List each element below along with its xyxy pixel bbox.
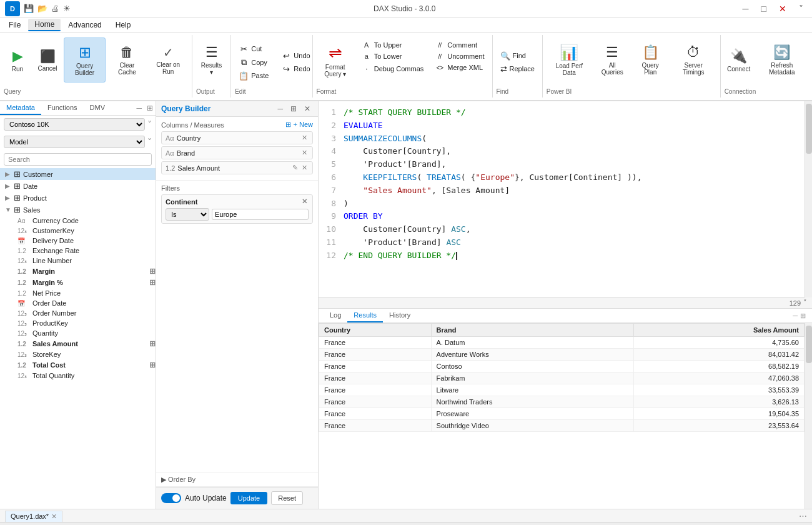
qb-bottom-bar: Auto Update Update Reset [156,487,318,509]
code-editor[interactable]: 123456789101112 /* START QUERY BUILDER *… [319,101,805,298]
format-query-button[interactable]: ⇌ Format Query ▾ [317,38,354,82]
sidebar-minimize-btn[interactable]: ─ [134,101,144,115]
query-plan-button[interactable]: 📋 Query Plan [632,38,668,82]
replace-button[interactable]: ⇄Replace [497,63,538,75]
tree-item-product[interactable]: ▶ ⊞ Product [0,192,156,204]
tree-child-margin[interactable]: 1.2Margin ⊞ [0,266,156,277]
tree-item-customer[interactable]: ▶ ⊞ Customer [0,168,156,180]
tab-metadata[interactable]: Metadata [0,101,41,115]
qb-col-salesamount-edit[interactable]: ✎ [291,164,299,172]
reset-button[interactable]: Reset [271,491,303,505]
load-perf-data-button[interactable]: 📊 Load Perf Data [547,38,592,82]
uncomment-button[interactable]: //Uncomment [431,51,488,61]
tree-child-linenumber[interactable]: 12₃Line Number [0,256,156,266]
menu-advanced[interactable]: Advanced [62,19,107,31]
qb-title: Query Builder [161,104,210,113]
to-lower-button[interactable]: aTo Lower [358,51,427,61]
editor-area: 123456789101112 /* START QUERY BUILDER *… [319,101,812,509]
update-button[interactable]: Update [230,492,267,504]
tab-query1[interactable]: Query1.dax* ✕ [5,511,62,522]
qb-close-btn[interactable]: ✕ [302,104,313,114]
merge-xml-button[interactable]: <>Merge XML [431,62,488,72]
results-minimize-btn[interactable]: ─ [791,309,799,322]
chevron-down-btn[interactable]: ˅ [795,4,807,14]
cut-button[interactable]: ✂Cut [235,43,272,55]
qb-col-country-remove[interactable]: ✕ [300,134,309,142]
qb-col-brand-remove[interactable]: ✕ [300,149,309,157]
cancel-button[interactable]: ⬛ Cancel [34,38,61,82]
find-button[interactable]: 🔍Find [497,50,538,62]
title-bar-icon-settings[interactable]: ☀ [63,4,71,13]
clear-on-run-button[interactable]: ✓ Clear on Run [149,38,188,82]
code-content[interactable]: /* START QUERY BUILDER */ EVALUATE SUMMA… [344,106,641,262]
redo-button[interactable]: ↪Redo [277,63,314,75]
auto-update-toggle[interactable] [161,493,181,503]
comment-button[interactable]: //Comment [431,40,488,50]
tree-child-customerkey[interactable]: 12₃CustomerKey [0,226,156,236]
clear-cache-button[interactable]: 🗑 Clear Cache [108,38,146,82]
tab-results[interactable]: Results [347,309,383,322]
sidebar-expand-btn[interactable]: ⊞ [144,101,156,115]
minimize-btn[interactable]: ─ [739,4,753,14]
results-expand-btn[interactable]: ⊞ [799,309,807,322]
tree-item-sales[interactable]: ▼ ⊞ Sales [0,204,156,216]
tab-history[interactable]: History [383,309,417,322]
results-scrollbar[interactable] [805,323,812,509]
tab-log[interactable]: Log [324,309,347,322]
filter-operator-select[interactable]: Is [166,208,209,221]
qb-header-btns: ─ ⊞ ✕ [275,104,313,114]
tree-child-netprice[interactable]: 1.2Net Price [0,288,156,298]
tree-child-ordernumber[interactable]: 12₃Order Number [0,308,156,318]
tab-dmv[interactable]: DMV [84,101,111,115]
title-bar-icon-print[interactable]: 🖨 [51,4,59,13]
title-bar-icon-save[interactable]: 💾 [24,4,34,13]
tree-child-deliverydate[interactable]: 📅Delivery Date [0,236,156,246]
undo-button[interactable]: ↩Undo [277,50,314,62]
schema-select[interactable]: Model [4,136,145,148]
all-queries-button[interactable]: ☰ All Queries [595,38,630,82]
menu-file[interactable]: File [2,19,27,31]
database-select[interactable]: Contoso 10K [4,118,145,131]
tab-close-btn[interactable]: ✕ [51,512,57,521]
menu-help[interactable]: Help [109,19,137,31]
to-upper-button[interactable]: ATo Upper [358,40,427,50]
qb-filter-remove[interactable]: ✕ [300,198,309,206]
connect-button[interactable]: 🔌 Connect [725,38,753,82]
tree-item-date[interactable]: ▶ ⊞ Date [0,180,156,192]
tree-child-margin-pct[interactable]: 1.2Margin % ⊞ [0,277,156,288]
results-button[interactable]: ☰ Results ▾ [196,38,227,82]
tree-child-orderdate[interactable]: 📅Order Date [0,298,156,308]
close-btn[interactable]: ✕ [775,4,790,14]
tree-child-exchangerate[interactable]: 1.2Exchange Rate [0,246,156,256]
qb-expand-btn[interactable]: ⊞ [288,104,299,114]
maximize-btn[interactable]: □ [758,4,770,14]
tab-functions[interactable]: Functions [41,101,84,115]
title-bar-icon-open[interactable]: 📂 [37,4,47,13]
tree-child-salesamount[interactable]: 1.2Sales Amount ⊞ [0,338,156,349]
qb-col-salesamount-remove[interactable]: ✕ [300,164,309,172]
refresh-metadata-button[interactable]: 🔄 Refresh Metadata [756,38,808,82]
expand-icon[interactable]: ˅ [803,299,807,307]
tree-child-currencycode[interactable]: AαCurrency Code [0,216,156,226]
tree-child-totalquantity[interactable]: 12₃Total Quantity [0,371,156,381]
paste-button[interactable]: 📋Paste [235,70,272,82]
editor-scrollbar[interactable] [805,101,812,298]
qb-add-column-btn[interactable]: ⊞ + New [285,121,313,129]
qb-orderby-section[interactable]: ▶ Order By [156,473,318,487]
tree-child-quantity[interactable]: 12₃Quantity [0,328,156,338]
menu-home[interactable]: Home [28,19,61,31]
copy-button[interactable]: ⧉Copy [235,56,272,69]
debug-commas-button[interactable]: ·Debug Commas [358,62,427,74]
filter-value-input[interactable] [212,209,309,220]
tab-options-btn[interactable]: ⋯ [799,511,807,521]
search-input[interactable] [4,153,152,166]
qb-minimize-btn[interactable]: ─ [275,104,285,114]
server-timings-button[interactable]: ⏱ Server Timings [671,38,716,82]
tree-child-storekey[interactable]: 12₃StoreKey [0,349,156,359]
results-scrollbar-thumb[interactable] [806,326,812,363]
tree-child-productkey[interactable]: 12₃ProductKey [0,318,156,328]
tree-child-totalcost[interactable]: 1.2Total Cost ⊞ [0,359,156,371]
query-builder-button[interactable]: ⊞ Query Builder [64,38,106,82]
run-button[interactable]: ▶ Run [4,38,31,82]
editor-scrollbar-thumb[interactable] [806,104,812,154]
